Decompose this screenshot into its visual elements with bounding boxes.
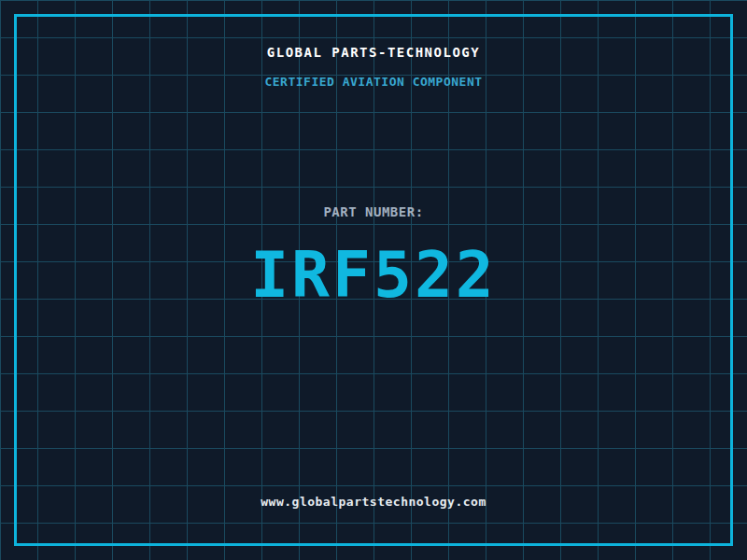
website-url: www.globalpartstechnology.com: [0, 495, 747, 509]
company-name: GLOBAL PARTS-TECHNOLOGY: [0, 45, 747, 60]
certification-subtitle: CERTIFIED AVIATION COMPONENT: [0, 75, 747, 89]
part-number-label: PART NUMBER:: [0, 204, 747, 219]
part-number-value: IRF522: [0, 242, 747, 309]
part-certificate-poster: GLOBAL PARTS-TECHNOLOGY CERTIFIED AVIATI…: [0, 0, 747, 560]
